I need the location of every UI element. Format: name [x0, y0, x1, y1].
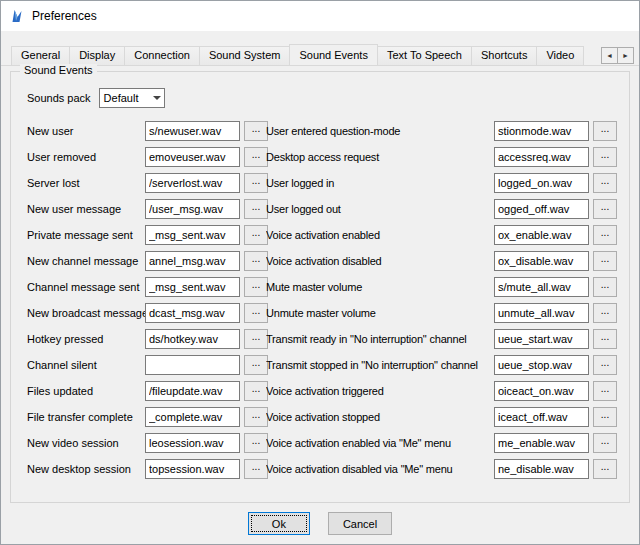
- sound-file-input[interactable]: [494, 173, 589, 193]
- tab[interactable]: Connection: [124, 46, 200, 65]
- sound-file-input[interactable]: [494, 459, 589, 479]
- event-label: Voice activation enabled via "Me" menu: [266, 437, 494, 449]
- sound-file-input[interactable]: [494, 277, 589, 297]
- browse-button[interactable]: ...: [244, 147, 268, 167]
- browse-button[interactable]: ...: [593, 355, 617, 375]
- group-title: Sound Events: [20, 64, 97, 76]
- sound-file-input[interactable]: [494, 381, 589, 401]
- sound-event-row: Unmute master volume ...: [266, 300, 617, 326]
- browse-button[interactable]: ...: [244, 173, 268, 193]
- sound-file-input[interactable]: [494, 121, 589, 141]
- browse-button[interactable]: ...: [593, 147, 617, 167]
- sound-file-input[interactable]: [494, 433, 589, 453]
- browse-button[interactable]: ...: [593, 251, 617, 271]
- browse-button[interactable]: ...: [244, 303, 268, 323]
- browse-button[interactable]: ...: [593, 303, 617, 323]
- browse-button[interactable]: ...: [593, 459, 617, 479]
- sound-event-row: User logged out ...: [266, 196, 617, 222]
- sound-file-input[interactable]: [494, 407, 589, 427]
- events-column-left: New user ... User removed ... Server los…: [27, 118, 268, 482]
- sound-file-input[interactable]: [145, 147, 240, 167]
- sound-file-input[interactable]: [494, 147, 589, 167]
- dialog-footer: Ok Cancel: [1, 512, 639, 535]
- title-bar: Preferences: [1, 1, 639, 31]
- browse-button[interactable]: ...: [244, 277, 268, 297]
- browse-button[interactable]: ...: [593, 277, 617, 297]
- tab[interactable]: Sound Events: [289, 44, 378, 66]
- event-label: Transmit ready in "No interruption" chan…: [266, 333, 494, 345]
- sound-event-row: Channel message sent ...: [27, 274, 268, 300]
- tab[interactable]: Shortcuts: [471, 46, 537, 65]
- event-label: Voice activation disabled: [266, 255, 494, 267]
- event-label: Voice activation disabled via "Me" menu: [266, 463, 494, 475]
- sound-file-input[interactable]: [145, 225, 240, 245]
- event-label: New channel message: [27, 255, 145, 267]
- ok-button[interactable]: Ok: [248, 512, 310, 535]
- sound-file-input[interactable]: [145, 303, 240, 323]
- sound-file-input[interactable]: [145, 433, 240, 453]
- tab-scroll-right-button[interactable]: ►: [617, 47, 634, 64]
- events-column-right: User entered question-mode ... Desktop a…: [266, 118, 617, 482]
- sound-file-input[interactable]: [145, 381, 240, 401]
- browse-button[interactable]: ...: [244, 199, 268, 219]
- sound-event-row: Transmit stopped in "No interruption" ch…: [266, 352, 617, 378]
- browse-button[interactable]: ...: [244, 225, 268, 245]
- browse-button[interactable]: ...: [244, 407, 268, 427]
- app-icon: [9, 8, 25, 24]
- event-label: New video session: [27, 437, 145, 449]
- sound-event-row: User removed ...: [27, 144, 268, 170]
- tab[interactable]: Text To Speech: [377, 46, 472, 65]
- browse-button[interactable]: ...: [593, 121, 617, 141]
- browse-button[interactable]: ...: [244, 355, 268, 375]
- event-label: Channel silent: [27, 359, 145, 371]
- browse-button[interactable]: ...: [244, 433, 268, 453]
- browse-button[interactable]: ...: [244, 251, 268, 271]
- tab[interactable]: Display: [69, 46, 125, 65]
- browse-button[interactable]: ...: [244, 121, 268, 141]
- sound-file-input[interactable]: [494, 329, 589, 349]
- sound-file-input[interactable]: [145, 329, 240, 349]
- browse-button[interactable]: ...: [593, 199, 617, 219]
- browse-button[interactable]: ...: [593, 381, 617, 401]
- cancel-button[interactable]: Cancel: [328, 512, 392, 535]
- sounds-pack-value: Default: [100, 92, 150, 104]
- sound-file-input[interactable]: [145, 407, 240, 427]
- sound-file-input[interactable]: [494, 355, 589, 375]
- browse-button[interactable]: ...: [244, 329, 268, 349]
- sound-event-row: New video session ...: [27, 430, 268, 456]
- sound-file-input[interactable]: [145, 251, 240, 271]
- browse-button[interactable]: ...: [593, 407, 617, 427]
- sound-file-input[interactable]: [494, 303, 589, 323]
- sound-file-input[interactable]: [145, 173, 240, 193]
- sound-event-row: Private message sent ...: [27, 222, 268, 248]
- browse-button[interactable]: ...: [593, 329, 617, 349]
- sound-file-input[interactable]: [145, 459, 240, 479]
- tab[interactable]: Sound System: [199, 46, 291, 65]
- event-label: Channel message sent: [27, 281, 145, 293]
- sound-file-input[interactable]: [494, 199, 589, 219]
- sound-file-input[interactable]: [145, 199, 240, 219]
- browse-button[interactable]: ...: [593, 225, 617, 245]
- browse-button[interactable]: ...: [593, 173, 617, 193]
- sound-event-row: New user ...: [27, 118, 268, 144]
- sound-file-input[interactable]: [145, 121, 240, 141]
- browse-button[interactable]: ...: [244, 459, 268, 479]
- browse-button[interactable]: ...: [244, 381, 268, 401]
- sound-event-row: Hotkey pressed ...: [27, 326, 268, 352]
- dialog-content: General Display Connection Sound System …: [1, 31, 639, 544]
- tab[interactable]: Video: [536, 46, 584, 65]
- sound-event-row: Channel silent ...: [27, 352, 268, 378]
- window-title: Preferences: [32, 9, 97, 23]
- browse-button[interactable]: ...: [593, 433, 617, 453]
- sounds-pack-select[interactable]: Default: [99, 88, 165, 108]
- sound-file-input[interactable]: [494, 251, 589, 271]
- sound-file-input[interactable]: [494, 225, 589, 245]
- sound-event-row: Voice activation stopped ...: [266, 404, 617, 430]
- tab-scroll-left-button[interactable]: ◄: [601, 47, 618, 64]
- event-label: Hotkey pressed: [27, 333, 145, 345]
- sound-event-row: Voice activation disabled ...: [266, 248, 617, 274]
- tab[interactable]: General: [11, 46, 70, 65]
- event-label: Server lost: [27, 177, 145, 189]
- sound-file-input[interactable]: [145, 277, 240, 297]
- sound-file-input[interactable]: [145, 355, 240, 375]
